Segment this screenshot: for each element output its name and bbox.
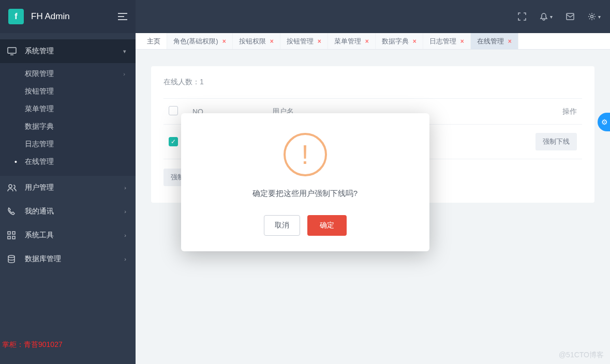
modal-message: 确定要把这些用户强制下线吗? (252, 189, 358, 199)
confirm-modal: ! 确定要把这些用户强制下线吗? 取消 确定 (181, 113, 429, 251)
modal-overlay: ! 确定要把这些用户强制下线吗? 取消 确定 (0, 0, 610, 364)
modal-actions: 取消 确定 (264, 215, 347, 236)
warning-icon: ! (284, 133, 327, 176)
cancel-button[interactable]: 取消 (264, 215, 300, 236)
confirm-button[interactable]: 确定 (307, 215, 347, 236)
